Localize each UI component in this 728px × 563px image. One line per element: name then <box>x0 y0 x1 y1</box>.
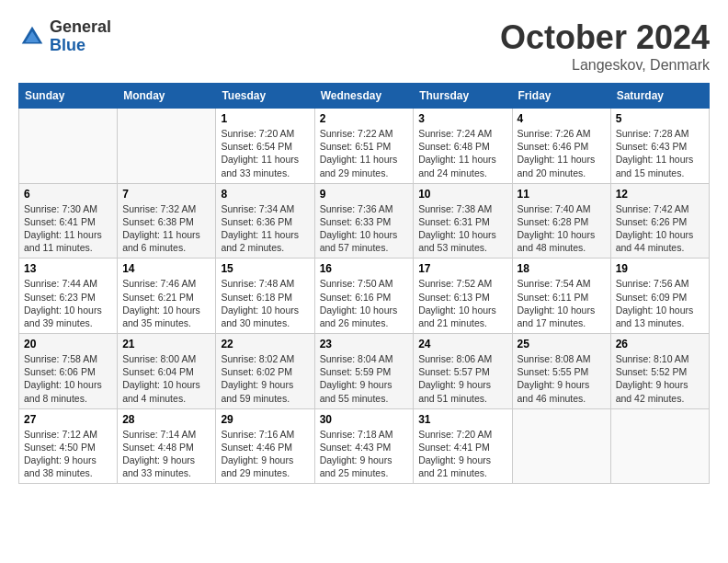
day-header-monday: Monday <box>118 84 216 109</box>
day-cell: 11Sunrise: 7:40 AM Sunset: 6:28 PM Dayli… <box>512 183 610 259</box>
day-number: 6 <box>24 188 112 201</box>
day-info: Sunrise: 7:20 AM Sunset: 6:54 PM Dayligh… <box>221 127 309 179</box>
day-header-wednesday: Wednesday <box>314 84 414 109</box>
day-cell: 14Sunrise: 7:46 AM Sunset: 6:21 PM Dayli… <box>118 259 216 334</box>
day-number: 30 <box>320 413 409 426</box>
week-row-5: 27Sunrise: 7:12 AM Sunset: 4:50 PM Dayli… <box>19 408 710 484</box>
day-cell: 10Sunrise: 7:38 AM Sunset: 6:31 PM Dayli… <box>414 183 512 259</box>
logo-general: General <box>50 18 111 37</box>
day-number: 28 <box>122 413 210 426</box>
day-info: Sunrise: 7:20 AM Sunset: 4:41 PM Dayligh… <box>418 428 506 480</box>
day-info: Sunrise: 7:42 AM Sunset: 6:26 PM Dayligh… <box>616 202 704 255</box>
day-number: 21 <box>122 338 210 350</box>
day-info: Sunrise: 7:40 AM Sunset: 6:28 PM Dayligh… <box>518 202 606 255</box>
day-info: Sunrise: 8:10 AM Sunset: 5:52 PM Dayligh… <box>616 352 704 405</box>
day-info: Sunrise: 7:14 AM Sunset: 4:48 PM Dayligh… <box>122 428 210 480</box>
day-cell: 13Sunrise: 7:44 AM Sunset: 6:23 PM Dayli… <box>19 259 118 334</box>
day-number: 3 <box>418 112 506 125</box>
day-info: Sunrise: 7:52 AM Sunset: 6:13 PM Dayligh… <box>418 277 506 329</box>
day-header-tuesday: Tuesday <box>216 84 314 109</box>
day-number: 19 <box>616 262 704 275</box>
day-number: 29 <box>221 413 309 426</box>
day-cell <box>118 109 216 184</box>
day-info: Sunrise: 7:50 AM Sunset: 6:16 PM Dayligh… <box>320 277 409 329</box>
day-header-friday: Friday <box>512 84 610 109</box>
day-number: 7 <box>122 188 210 201</box>
day-info: Sunrise: 8:06 AM Sunset: 5:57 PM Dayligh… <box>418 352 506 405</box>
day-number: 12 <box>616 188 704 201</box>
day-info: Sunrise: 7:16 AM Sunset: 4:46 PM Dayligh… <box>221 428 309 480</box>
day-info: Sunrise: 7:26 AM Sunset: 6:46 PM Dayligh… <box>518 127 606 179</box>
day-cell: 22Sunrise: 8:02 AM Sunset: 6:02 PM Dayli… <box>216 334 314 409</box>
logo-icon <box>18 23 46 51</box>
day-number: 4 <box>518 112 606 125</box>
day-number: 11 <box>518 188 606 201</box>
day-cell: 18Sunrise: 7:54 AM Sunset: 6:11 PM Dayli… <box>512 259 610 334</box>
day-number: 31 <box>418 413 506 426</box>
day-cell: 6Sunrise: 7:30 AM Sunset: 6:41 PM Daylig… <box>19 183 118 259</box>
page-header: General Blue October 2024 Langeskov, Den… <box>18 18 710 74</box>
day-number: 17 <box>418 262 506 275</box>
day-cell: 4Sunrise: 7:26 AM Sunset: 6:46 PM Daylig… <box>512 109 610 184</box>
day-number: 14 <box>122 262 210 275</box>
day-cell: 30Sunrise: 7:18 AM Sunset: 4:43 PM Dayli… <box>314 408 414 484</box>
day-cell: 3Sunrise: 7:24 AM Sunset: 6:48 PM Daylig… <box>414 109 512 184</box>
day-cell: 25Sunrise: 8:08 AM Sunset: 5:55 PM Dayli… <box>512 334 610 409</box>
day-cell: 17Sunrise: 7:52 AM Sunset: 6:13 PM Dayli… <box>414 259 512 334</box>
day-info: Sunrise: 7:28 AM Sunset: 6:43 PM Dayligh… <box>616 127 704 179</box>
day-cell: 31Sunrise: 7:20 AM Sunset: 4:41 PM Dayli… <box>414 408 512 484</box>
month-title: October 2024 <box>500 18 710 57</box>
day-cell: 8Sunrise: 7:34 AM Sunset: 6:36 PM Daylig… <box>216 183 314 259</box>
logo-blue: Blue <box>50 37 111 55</box>
day-cell: 29Sunrise: 7:16 AM Sunset: 4:46 PM Dayli… <box>216 408 314 484</box>
day-number: 26 <box>616 338 704 350</box>
week-row-2: 6Sunrise: 7:30 AM Sunset: 6:41 PM Daylig… <box>19 183 710 259</box>
day-info: Sunrise: 8:02 AM Sunset: 6:02 PM Dayligh… <box>221 352 309 405</box>
day-number: 13 <box>24 262 112 275</box>
day-cell: 9Sunrise: 7:36 AM Sunset: 6:33 PM Daylig… <box>314 183 414 259</box>
day-cell: 15Sunrise: 7:48 AM Sunset: 6:18 PM Dayli… <box>216 259 314 334</box>
day-info: Sunrise: 7:38 AM Sunset: 6:31 PM Dayligh… <box>418 202 506 255</box>
day-cell: 1Sunrise: 7:20 AM Sunset: 6:54 PM Daylig… <box>216 109 314 184</box>
day-number: 2 <box>320 112 409 125</box>
day-cell: 7Sunrise: 7:32 AM Sunset: 6:38 PM Daylig… <box>118 183 216 259</box>
day-cell <box>512 408 610 484</box>
day-cell: 23Sunrise: 8:04 AM Sunset: 5:59 PM Dayli… <box>314 334 414 409</box>
title-block: October 2024 Langeskov, Denmark <box>500 18 710 74</box>
day-info: Sunrise: 8:08 AM Sunset: 5:55 PM Dayligh… <box>518 352 606 405</box>
day-number: 5 <box>616 112 704 125</box>
day-info: Sunrise: 7:48 AM Sunset: 6:18 PM Dayligh… <box>221 277 309 329</box>
day-cell: 12Sunrise: 7:42 AM Sunset: 6:26 PM Dayli… <box>610 183 709 259</box>
day-number: 8 <box>221 188 309 201</box>
day-info: Sunrise: 7:24 AM Sunset: 6:48 PM Dayligh… <box>418 127 506 179</box>
day-info: Sunrise: 7:22 AM Sunset: 6:51 PM Dayligh… <box>320 127 409 179</box>
day-cell: 21Sunrise: 8:00 AM Sunset: 6:04 PM Dayli… <box>118 334 216 409</box>
day-info: Sunrise: 7:58 AM Sunset: 6:06 PM Dayligh… <box>24 352 112 405</box>
day-header-thursday: Thursday <box>414 84 512 109</box>
day-number: 9 <box>320 188 409 201</box>
week-row-3: 13Sunrise: 7:44 AM Sunset: 6:23 PM Dayli… <box>19 259 710 334</box>
day-header-saturday: Saturday <box>610 84 709 109</box>
day-number: 1 <box>221 112 309 125</box>
day-number: 25 <box>518 338 606 350</box>
day-number: 23 <box>320 338 409 350</box>
day-info: Sunrise: 8:00 AM Sunset: 6:04 PM Dayligh… <box>122 352 210 405</box>
day-number: 22 <box>221 338 309 350</box>
day-number: 27 <box>24 413 112 426</box>
week-row-4: 20Sunrise: 7:58 AM Sunset: 6:06 PM Dayli… <box>19 334 710 409</box>
day-cell <box>610 408 709 484</box>
day-cell: 26Sunrise: 8:10 AM Sunset: 5:52 PM Dayli… <box>610 334 709 409</box>
day-cell: 5Sunrise: 7:28 AM Sunset: 6:43 PM Daylig… <box>610 109 709 184</box>
day-info: Sunrise: 7:46 AM Sunset: 6:21 PM Dayligh… <box>122 277 210 329</box>
logo-text: General Blue <box>50 18 111 55</box>
day-cell: 20Sunrise: 7:58 AM Sunset: 6:06 PM Dayli… <box>19 334 118 409</box>
day-info: Sunrise: 7:34 AM Sunset: 6:36 PM Dayligh… <box>221 202 309 255</box>
location: Langeskov, Denmark <box>500 57 710 74</box>
day-info: Sunrise: 7:36 AM Sunset: 6:33 PM Dayligh… <box>320 202 409 255</box>
day-info: Sunrise: 7:44 AM Sunset: 6:23 PM Dayligh… <box>24 277 112 329</box>
day-info: Sunrise: 7:30 AM Sunset: 6:41 PM Dayligh… <box>24 202 112 255</box>
day-info: Sunrise: 7:54 AM Sunset: 6:11 PM Dayligh… <box>518 277 606 329</box>
calendar-table: SundayMondayTuesdayWednesdayThursdayFrid… <box>18 83 710 484</box>
logo: General Blue <box>18 18 111 55</box>
day-cell: 16Sunrise: 7:50 AM Sunset: 6:16 PM Dayli… <box>314 259 414 334</box>
